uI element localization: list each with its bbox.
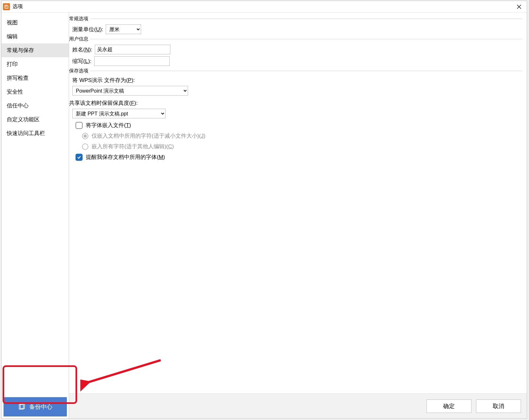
- sidebar-item-customize-ribbon[interactable]: 自定义功能区: [2, 113, 69, 126]
- ok-label: 确定: [443, 402, 455, 410]
- row-remind-fonts[interactable]: 提醒我保存文档中所用的字体(M): [76, 153, 522, 161]
- sidebar-item-spellcheck[interactable]: 拼写检查: [2, 71, 69, 85]
- backup-center-button[interactable]: 备份中心: [4, 397, 67, 416]
- backup-label: 备份中心: [29, 403, 52, 411]
- row-name: 姓名(N):: [72, 45, 522, 54]
- group-save-legend: 保存选项: [69, 68, 522, 74]
- embed-opt2-radio: [82, 143, 88, 150]
- initials-input[interactable]: [94, 56, 170, 66]
- unit-label: 测量单位(U):: [72, 26, 103, 33]
- legend-text: 常规选项: [69, 16, 88, 22]
- sidebar-item-label: 安全性: [7, 89, 23, 95]
- sidebar-item-label: 常规与保存: [7, 47, 34, 53]
- embed-opt1-label: 仅嵌入文档中所用的字符(适于减小文件大小)(J): [92, 132, 205, 140]
- row-fidelity: 共享该文档时保留保真度(F):: [69, 99, 522, 107]
- saveas-select[interactable]: PowerPoint 演示文稿: [72, 86, 188, 96]
- row-measurement-unit: 测量单位(U): 厘米: [72, 24, 522, 34]
- sidebar: 视图 编辑 常规与保存 打印 拼写检查 安全性 信任中心 自定义功能区 快速访问…: [2, 13, 69, 418]
- sidebar-item-label: 自定义功能区: [7, 116, 40, 123]
- sidebar-item-label: 视图: [7, 20, 18, 26]
- ok-button[interactable]: 确定: [426, 399, 471, 413]
- sidebar-item-general-save[interactable]: 常规与保存: [2, 43, 69, 57]
- remind-label: 提醒我保存文档中所用的字体(M): [86, 153, 165, 161]
- titlebar: 选项: [2, 1, 527, 13]
- close-button[interactable]: [513, 2, 525, 12]
- sidebar-item-label: 信任中心: [7, 103, 29, 109]
- dialog-title: 选项: [13, 3, 513, 10]
- unit-select[interactable]: 厘米: [106, 24, 141, 34]
- embed-label: 将字体嵌入文件(T): [86, 122, 131, 129]
- check-icon: [77, 155, 81, 160]
- embed-opt2-label: 嵌入所有字符(适于其他人编辑)(C): [92, 143, 174, 150]
- dialog-body: 视图 编辑 常规与保存 打印 拼写检查 安全性 信任中心 自定义功能区 快速访问…: [2, 13, 527, 418]
- row-saveas: 将 WPS演示 文件存为(P):: [72, 77, 522, 84]
- cancel-label: 取消: [493, 402, 504, 410]
- fidelity-label: 共享该文档时保留保真度(F):: [69, 99, 138, 107]
- row-embed-used-only: 仅嵌入文档中所用的字符(适于减小文件大小)(J): [82, 132, 522, 140]
- sidebar-item-edit[interactable]: 编辑: [2, 30, 69, 43]
- app-icon: [3, 3, 10, 10]
- row-initials: 缩写(L):: [72, 56, 522, 66]
- sidebar-item-print[interactable]: 打印: [2, 57, 69, 71]
- sidebar-item-label: 拼写检查: [7, 75, 29, 81]
- sidebar-item-quick-access[interactable]: 快速访问工具栏: [2, 126, 69, 140]
- sidebar-item-label: 打印: [7, 61, 18, 67]
- sidebar-list: 视图 编辑 常规与保存 打印 拼写检查 安全性 信任中心 自定义功能区 快速访问…: [2, 16, 69, 395]
- options-dialog: 选项 视图 编辑 常规与保存 打印 拼写检查 安全性 信任中心 自定义功能区 快…: [1, 1, 527, 419]
- legend-text: 用户信息: [69, 36, 88, 42]
- close-icon: [516, 4, 522, 9]
- name-input[interactable]: [95, 45, 170, 54]
- row-saveas-select: PowerPoint 演示文稿: [72, 86, 522, 96]
- sidebar-item-trust-center[interactable]: 信任中心: [2, 99, 69, 113]
- remind-checkbox[interactable]: [76, 154, 83, 161]
- saveas-label: 将 WPS演示 文件存为(P):: [72, 77, 135, 84]
- content: 常规选项 测量单位(U): 厘米 用户信息 姓名(N): 缩写(L):: [69, 13, 527, 418]
- cancel-button[interactable]: 取消: [476, 399, 521, 413]
- backup-icon: [18, 403, 25, 410]
- backup-wrap: 备份中心: [2, 395, 69, 418]
- initials-label: 缩写(L):: [72, 58, 92, 65]
- legend-text: 保存选项: [69, 68, 88, 74]
- fidelity-doc-select[interactable]: 新建 PPT 演示文稿.ppt: [72, 109, 166, 118]
- group-user-legend: 用户信息: [69, 36, 522, 42]
- sidebar-item-security[interactable]: 安全性: [2, 85, 69, 99]
- content-inner: 常规选项 测量单位(U): 厘米 用户信息 姓名(N): 缩写(L):: [69, 13, 527, 393]
- group-general-legend: 常规选项: [69, 16, 522, 22]
- sidebar-item-view[interactable]: 视图: [2, 16, 69, 30]
- embed-checkbox[interactable]: [76, 122, 83, 129]
- row-embed-all: 嵌入所有字符(适于其他人编辑)(C): [82, 143, 522, 150]
- name-label: 姓名(N):: [72, 46, 92, 53]
- embed-opt1-radio: [82, 133, 88, 139]
- dialog-footer: 确定 取消: [69, 393, 527, 418]
- sidebar-item-label: 编辑: [7, 33, 18, 40]
- sidebar-item-label: 快速访问工具栏: [7, 130, 45, 136]
- row-embed-fonts[interactable]: 将字体嵌入文件(T): [76, 122, 522, 129]
